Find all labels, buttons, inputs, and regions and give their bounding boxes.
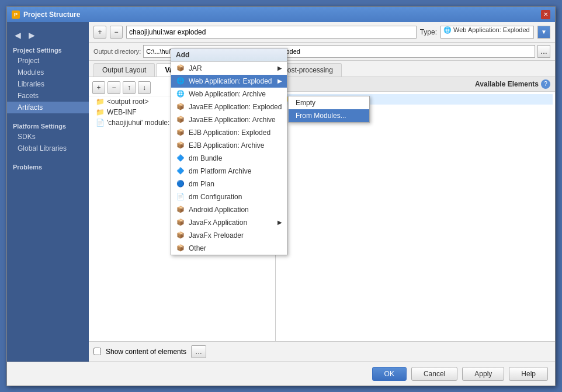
ejb-archive-icon: 📦: [176, 141, 185, 150]
add-menu-item-label: EJB Application: Exploded: [189, 129, 270, 137]
add-menu-item-label: dm Plan: [189, 180, 214, 188]
add-menu-item-label: EJB Application: Archive: [189, 141, 264, 150]
dialog-title: Project Structure: [23, 11, 80, 19]
javafx-preloader-icon: 📦: [176, 231, 185, 240]
add-menu-item-javaee-archive[interactable]: 📦 JavaEE Application: Archive: [171, 113, 287, 126]
tree-up-button[interactable]: ↑: [123, 81, 136, 94]
tree-add-button[interactable]: +: [92, 81, 105, 94]
problems-header: Problems: [7, 160, 89, 172]
project-structure-dialog: P Project Structure ✕ ◀ ▶ Project Settin…: [6, 6, 556, 386]
back-button[interactable]: ◀: [12, 29, 23, 41]
add-menu-item-ejb-exploded[interactable]: 📦 EJB Application: Exploded: [171, 126, 287, 139]
add-menu-item-dm-plan[interactable]: 🔵 dm Plan: [171, 178, 287, 190]
help-button[interactable]: Help: [509, 367, 548, 381]
web-exploded-icon: 🌐: [176, 77, 185, 86]
add-menu-header: Add: [171, 48, 287, 62]
add-menu-item-jar[interactable]: 📦 JAR ▶: [171, 62, 287, 75]
platform-settings-header: Platform Settings: [7, 119, 89, 131]
add-button[interactable]: +: [93, 26, 106, 39]
tree-item-label: <output root>: [107, 98, 148, 106]
add-menu-item-javaee-exploded[interactable]: 📦 JavaEE Application: Exploded: [171, 100, 287, 113]
add-menu-item-label: JavaFx Preloader: [189, 231, 244, 240]
cancel-button[interactable]: Cancel: [411, 367, 457, 381]
add-menu-container: Add 📦 JAR ▶ 🌐 Web Application: Exploded …: [171, 48, 287, 255]
tree-item-label: WEB-INF: [107, 108, 137, 116]
artifact-name-field[interactable]: [126, 26, 417, 39]
sidebar-item-project[interactable]: Project: [7, 55, 89, 67]
add-menu-item-label: dm Platform Archive: [189, 167, 251, 175]
add-menu-item-other[interactable]: 📦 Other: [171, 242, 287, 255]
right-panel: + − Type: 🌐 Web Application: Exploded ▼ …: [89, 22, 555, 362]
type-select[interactable]: 🌐 Web Application: Exploded: [440, 26, 534, 39]
add-menu-item-label: JAR: [189, 64, 202, 72]
javaee-archive-icon: 📦: [176, 115, 185, 124]
tab-output-layout[interactable]: Output Layout: [93, 63, 155, 77]
sidebar-item-artifacts[interactable]: Artifacts: [7, 102, 89, 113]
sidebar-item-sdks[interactable]: SDKs: [7, 131, 89, 143]
add-menu-item-label: JavaEE Application: Archive: [189, 116, 276, 124]
add-menu: Add 📦 JAR ▶ 🌐 Web Application: Exploded …: [171, 48, 287, 255]
ok-button[interactable]: OK: [372, 367, 407, 381]
dm-platform-archive-icon: 🔷: [176, 166, 185, 176]
ejb-exploded-icon: 📦: [176, 128, 185, 137]
javaee-exploded-icon: 📦: [176, 102, 185, 112]
show-content-label: Show content of elements: [106, 348, 186, 356]
add-menu-item-label: Web Application: Archive: [189, 90, 266, 98]
available-elements-label: Available Elements: [475, 80, 539, 88]
sidebar: ◀ ▶ Project Settings Project Modules Lib…: [7, 22, 89, 362]
sub-menu-item-from-modules[interactable]: From Modules...: [289, 109, 369, 122]
tree-remove-button[interactable]: −: [107, 81, 120, 94]
title-bar-left: P Project Structure: [12, 11, 80, 19]
close-button[interactable]: ✕: [541, 10, 550, 19]
add-menu-item-label: Web Application: Exploded: [189, 77, 272, 85]
type-dropdown-button[interactable]: ▼: [537, 26, 550, 39]
nav-arrows: ◀ ▶: [7, 27, 89, 43]
dm-bundle-icon: 🔷: [176, 154, 185, 163]
folder-icon: 📁: [96, 108, 105, 116]
help-icon-button[interactable]: ?: [541, 79, 550, 89]
add-menu-item-dm-config[interactable]: 📄 dm Configuration: [171, 190, 287, 203]
add-menu-item-label: dm Configuration: [189, 193, 242, 201]
submenu-arrow: ▶: [277, 219, 282, 226]
add-menu-item-dm-bundle[interactable]: 🔷 dm Bundle: [171, 152, 287, 165]
title-bar: P Project Structure ✕: [7, 7, 555, 22]
sub-menu: Empty From Modules...: [288, 96, 370, 123]
web-archive-icon: 🌐: [176, 89, 185, 99]
forward-button[interactable]: ▶: [26, 29, 37, 41]
tree-down-button[interactable]: ↓: [138, 81, 151, 94]
sidebar-item-facets[interactable]: Facets: [7, 90, 89, 102]
sidebar-item-modules[interactable]: Modules: [7, 67, 89, 78]
type-label: Type:: [420, 28, 437, 36]
remove-button[interactable]: −: [110, 26, 123, 39]
show-content-options-button[interactable]: …: [191, 345, 206, 358]
output-label: Output directory:: [93, 48, 141, 55]
add-menu-item-javafx-preloader[interactable]: 📦 JavaFx Preloader: [171, 229, 287, 242]
add-menu-item-dm-platform-archive[interactable]: 🔷 dm Platform Archive: [171, 165, 287, 178]
add-menu-item-web-archive[interactable]: 🌐 Web Application: Archive: [171, 88, 287, 100]
add-menu-item-web-exploded[interactable]: 🌐 Web Application: Exploded ▶ Empty From…: [171, 75, 287, 88]
sub-menu-item-empty[interactable]: Empty: [289, 96, 369, 109]
project-settings-header: Project Settings: [7, 43, 89, 55]
sidebar-item-libraries[interactable]: Libraries: [7, 78, 89, 90]
android-icon: 📦: [176, 205, 185, 214]
browse-button[interactable]: …: [537, 45, 550, 58]
show-content-checkbox[interactable]: [93, 348, 101, 355]
add-menu-item-android[interactable]: 📦 Android Application: [171, 203, 287, 216]
sidebar-item-global-libraries[interactable]: Global Libraries: [7, 143, 89, 154]
add-menu-item-label: JavaEE Application: Exploded: [189, 103, 282, 111]
app-icon: P: [12, 11, 20, 19]
submenu-arrow: ▶: [277, 78, 282, 84]
other-icon: 📦: [176, 244, 185, 253]
elements-header: Available Elements ?: [276, 77, 555, 92]
add-menu-item-ejb-archive[interactable]: 📦 EJB Application: Archive: [171, 139, 287, 152]
folder-icon: 📁: [96, 98, 105, 106]
apply-button[interactable]: Apply: [462, 367, 504, 381]
top-toolbar: + − Type: 🌐 Web Application: Exploded ▼: [89, 22, 555, 43]
add-menu-item-javafx[interactable]: 📦 JavaFx Application ▶: [171, 216, 287, 229]
add-menu-item-label: JavaFx Application: [189, 218, 247, 227]
add-menu-item-label: Other: [189, 244, 206, 252]
submenu-arrow: ▶: [277, 65, 282, 71]
javafx-icon: 📦: [176, 218, 185, 227]
main-content: ◀ ▶ Project Settings Project Modules Lib…: [7, 22, 555, 362]
dialog-footer: OK Cancel Apply Help: [7, 362, 555, 386]
